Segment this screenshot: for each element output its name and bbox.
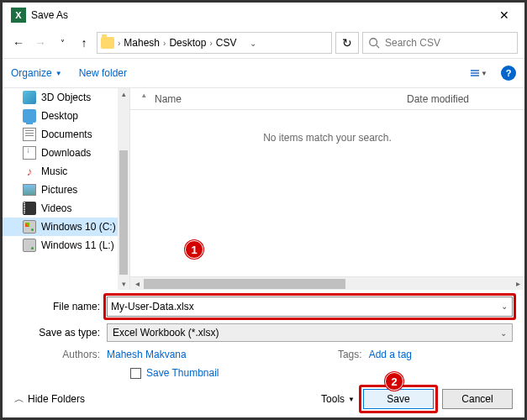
3d-objects-icon — [23, 91, 36, 104]
chevron-up-icon: ︿ — [14, 392, 24, 407]
drive-icon — [23, 220, 36, 234]
filetype-value: Excel Workbook (*.xlsx) — [113, 327, 219, 339]
scroll-thumb[interactable] — [144, 279, 345, 289]
scroll-left-icon[interactable]: ◂ — [130, 277, 144, 291]
tree-item-drive-l[interactable]: Windows 11 (L:) — [3, 236, 129, 255]
authors-label: Authors: — [14, 349, 107, 360]
close-button[interactable]: ✕ — [487, 3, 521, 28]
save-as-dialog: Save As ✕ ← → ˅ ↑ › Mahesh › Desktop › C… — [3, 3, 524, 417]
tree-item-label: Videos — [41, 202, 71, 214]
downloads-icon — [23, 146, 36, 160]
pictures-icon — [23, 183, 36, 197]
search-icon — [368, 37, 380, 49]
tree-item-label: Pictures — [41, 184, 77, 196]
new-folder-button[interactable]: New folder — [79, 67, 127, 79]
breadcrumb-segment[interactable]: Desktop — [169, 37, 206, 49]
tree-item-videos[interactable]: Videos — [3, 199, 129, 218]
tree-item-drive-c[interactable]: Windows 10 (C:) — [3, 218, 129, 236]
dropdown-icon: ▼ — [55, 70, 62, 77]
save-thumbnail-label[interactable]: Save Thumbnail — [146, 367, 219, 379]
scroll-up-icon[interactable]: ▴ — [118, 88, 129, 100]
svg-line-1 — [377, 45, 380, 49]
nav-forward-button[interactable]: → — [31, 34, 50, 52]
breadcrumb-segment[interactable]: CSV — [216, 37, 237, 49]
scroll-down-icon[interactable]: ▾ — [118, 278, 129, 290]
tree-item-label: Desktop — [41, 110, 78, 122]
tree-item-3d-objects[interactable]: 3D Objects — [3, 88, 129, 107]
filetype-combo[interactable]: Excel Workbook (*.xlsx) ⌄ — [107, 323, 513, 342]
annotation-badge-2: 2 — [385, 372, 403, 391]
breadcrumb-segment[interactable]: Mahesh — [124, 37, 160, 49]
sidebar-scrollbar[interactable]: ▴ ▾ — [118, 88, 129, 290]
tree-item-pictures[interactable]: Pictures — [3, 181, 129, 199]
authors-value[interactable]: Mahesh Makvana — [107, 349, 187, 360]
column-name-header[interactable]: Name — [155, 93, 407, 105]
tree-item-label: Windows 10 (C:) — [41, 221, 116, 233]
filename-label: File name: — [14, 301, 107, 312]
annotation-badge-1: 1 — [185, 240, 203, 259]
drive-icon — [23, 239, 36, 252]
tools-label: Tools — [321, 393, 345, 405]
music-icon: ♪ — [23, 165, 36, 178]
hide-folders-label: Hide Folders — [28, 393, 85, 405]
view-options-button[interactable]: ▼ — [466, 65, 493, 81]
desktop-icon — [23, 109, 36, 123]
tree-item-label: 3D Objects — [41, 92, 91, 103]
tree-item-music[interactable]: ♪Music — [3, 162, 129, 181]
videos-icon — [23, 202, 36, 215]
search-input[interactable]: Search CSV — [362, 32, 518, 54]
column-headers: ▴ Name Date modified — [130, 88, 524, 110]
svg-point-0 — [370, 39, 377, 46]
file-list-pane: ▴ Name Date modified No items match your… — [130, 88, 524, 290]
nav-recent-dropdown[interactable]: ˅ — [53, 34, 71, 52]
folder-tree: 3D Objects Desktop Documents Downloads ♪… — [3, 88, 130, 290]
search-placeholder: Search CSV — [385, 37, 440, 49]
tags-label: Tags: — [338, 349, 362, 360]
refresh-button[interactable]: ↻ — [335, 32, 359, 54]
tree-item-desktop[interactable]: Desktop — [3, 107, 129, 125]
chevron-right-icon: › — [209, 39, 212, 48]
nav-up-button[interactable]: ↑ — [75, 34, 93, 52]
documents-icon — [23, 128, 36, 141]
chevron-right-icon: › — [118, 39, 120, 48]
help-icon[interactable]: ? — [501, 66, 516, 81]
tree-item-label: Music — [41, 165, 67, 177]
scroll-thumb[interactable] — [119, 150, 128, 275]
new-folder-label: New folder — [79, 67, 127, 79]
tree-item-label: Windows 11 (L:) — [41, 239, 114, 251]
cancel-button[interactable]: Cancel — [442, 389, 513, 409]
horizontal-scrollbar[interactable]: ◂ ▸ — [130, 276, 524, 290]
organize-menu[interactable]: Organize ▼ — [11, 67, 62, 79]
dropdown-icon: ▼ — [348, 396, 355, 403]
save-thumbnail-checkbox[interactable] — [130, 368, 141, 379]
filename-input[interactable] — [107, 297, 513, 317]
scroll-right-icon[interactable]: ▸ — [511, 277, 524, 291]
empty-state-text: No items match your search. — [130, 132, 524, 144]
tags-value[interactable]: Add a tag — [369, 349, 412, 360]
main-area: 3D Objects Desktop Documents Downloads ♪… — [3, 88, 524, 290]
folder-icon — [101, 37, 114, 49]
organize-label: Organize — [11, 67, 52, 79]
tree-item-downloads[interactable]: Downloads — [3, 144, 129, 162]
chevron-right-icon: › — [163, 39, 166, 48]
hide-folders-toggle[interactable]: ︿ Hide Folders — [14, 392, 85, 407]
title-bar: Save As ✕ — [3, 3, 524, 28]
nav-back-button[interactable]: ← — [9, 34, 28, 52]
sort-indicator-icon: ▴ — [142, 91, 146, 99]
dropdown-icon: ⌄ — [500, 328, 507, 338]
tree-item-label: Documents — [41, 129, 92, 140]
column-date-header[interactable]: Date modified — [407, 93, 508, 105]
tree-item-documents[interactable]: Documents — [3, 125, 129, 144]
address-dropdown-icon[interactable]: ⌄ — [250, 39, 256, 48]
tools-menu[interactable]: Tools ▼ — [321, 393, 355, 405]
filename-dropdown-icon[interactable]: ⌄ — [501, 302, 508, 311]
tree-item-label: Downloads — [41, 147, 91, 159]
bottom-panel: File name: ⌄ Save as type: Excel Workboo… — [3, 290, 524, 417]
address-bar[interactable]: › Mahesh › Desktop › CSV ⌄ — [97, 32, 332, 54]
nav-bar: ← → ˅ ↑ › Mahesh › Desktop › CSV ⌄ ↻ Sea… — [3, 28, 524, 58]
filetype-label: Save as type: — [14, 327, 107, 339]
dialog-title: Save As — [31, 9, 487, 21]
excel-icon — [11, 8, 26, 23]
save-button[interactable]: Save — [363, 389, 434, 409]
toolbar: Organize ▼ New folder ▼ ? — [3, 58, 524, 88]
